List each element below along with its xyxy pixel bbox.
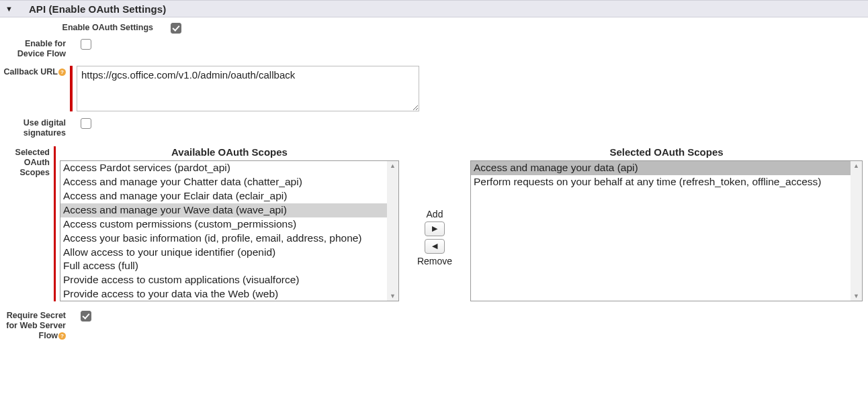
form-area: Enable OAuth Settings Enable for Device …: [0, 17, 868, 354]
require-secret-label: Require Secret for Web Server Flow?: [0, 309, 67, 341]
scroll-down-icon[interactable]: ▼: [853, 293, 859, 299]
callback-url-input[interactable]: [77, 66, 419, 111]
list-item[interactable]: Allow access to your unique identifier (…: [60, 246, 387, 260]
row-digital-signatures: Use digital signatures: [0, 117, 863, 138]
triangle-left-icon: ◀: [432, 242, 437, 250]
row-enable-oauth: Enable OAuth Settings: [0, 21, 863, 34]
row-require-secret: Require Secret for Web Server Flow?: [0, 309, 863, 341]
list-item[interactable]: Access and manage your Wave data (wave_a…: [60, 203, 387, 217]
list-item[interactable]: Access and manage your data (api): [471, 161, 851, 175]
row-device-flow: Enable for Device Flow: [0, 38, 863, 59]
section-title: API (Enable OAuth Settings): [29, 3, 166, 15]
selected-scopes-listbox[interactable]: Access and manage your data (api)Perform…: [470, 160, 863, 301]
list-item[interactable]: Provide access to your data via the Web …: [60, 287, 387, 301]
available-scopes-listbox[interactable]: Access Pardot services (pardot_api)Acces…: [60, 160, 399, 301]
selected-scopes-column: Selected OAuth Scopes Access and manage …: [470, 146, 863, 301]
list-item[interactable]: Access and manage your Eclair data (ecla…: [60, 189, 387, 203]
help-icon[interactable]: ?: [58, 68, 66, 76]
scroll-down-icon[interactable]: ▼: [390, 293, 396, 299]
scroll-up-icon[interactable]: ▲: [390, 162, 396, 169]
add-label: Add: [427, 209, 443, 219]
scrollbar[interactable]: ▲ ▼: [851, 161, 862, 301]
list-item[interactable]: Provide access to custom applications (v…: [60, 273, 387, 287]
scroll-up-icon[interactable]: ▲: [853, 162, 859, 169]
section-header[interactable]: ▼ API (Enable OAuth Settings): [0, 0, 868, 17]
oauth-scopes-label: Selected OAuth Scopes: [0, 146, 51, 178]
help-icon[interactable]: ?: [58, 332, 66, 340]
list-item[interactable]: Access your basic information (id, profi…: [60, 232, 387, 246]
scrollbar[interactable]: ▲ ▼: [387, 161, 398, 301]
enable-oauth-label: Enable OAuth Settings: [0, 21, 155, 33]
list-item[interactable]: Access custom permissions (custom_permis…: [60, 217, 387, 232]
add-button[interactable]: ▶: [425, 221, 445, 236]
collapse-triangle-icon[interactable]: ▼: [5, 5, 13, 13]
available-scopes-title: Available OAuth Scopes: [60, 146, 399, 158]
list-item[interactable]: Perform requests on your behalf at any t…: [471, 175, 851, 189]
scope-transfer-buttons: Add ▶ ◀ Remove: [415, 146, 454, 301]
selected-scopes-title: Selected OAuth Scopes: [470, 146, 863, 158]
callback-url-label: Callback URL?: [0, 66, 67, 77]
available-scopes-column: Available OAuth Scopes Access Pardot ser…: [60, 146, 399, 301]
scopes-picker: Available OAuth Scopes Access Pardot ser…: [60, 146, 863, 301]
remove-button[interactable]: ◀: [425, 239, 445, 254]
digital-signatures-label: Use digital signatures: [0, 117, 67, 138]
device-flow-checkbox[interactable]: [81, 39, 91, 50]
digital-signatures-checkbox[interactable]: [81, 118, 91, 129]
row-callback-url: Callback URL?: [0, 66, 863, 111]
triangle-right-icon: ▶: [432, 224, 437, 233]
enable-oauth-checkbox[interactable]: [171, 23, 181, 34]
row-oauth-scopes: Selected OAuth Scopes Available OAuth Sc…: [0, 146, 863, 301]
remove-label: Remove: [417, 256, 452, 266]
required-indicator: [54, 146, 56, 301]
required-indicator: [70, 66, 73, 111]
list-item[interactable]: Access Pardot services (pardot_api): [60, 161, 387, 175]
device-flow-label: Enable for Device Flow: [0, 38, 67, 59]
list-item[interactable]: Full access (full): [60, 259, 387, 273]
require-secret-checkbox[interactable]: [81, 311, 91, 321]
list-item[interactable]: Access and manage your Chatter data (cha…: [60, 175, 387, 189]
